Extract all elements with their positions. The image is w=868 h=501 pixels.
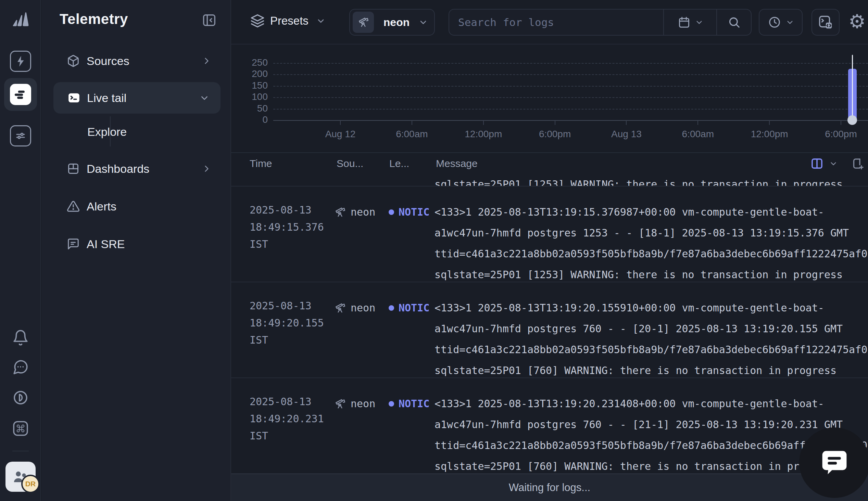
gear-icon: ⚙ xyxy=(848,10,866,32)
log-row[interactable]: 2025-08-1318:49:15.376IST neon NOTIC <13… xyxy=(231,186,868,282)
chevron-right-icon xyxy=(202,164,211,173)
search-input[interactable] xyxy=(449,10,663,35)
log-table: Time Sou... Le... Message xyxy=(231,152,868,473)
sidebar-item-explore[interactable]: Explore xyxy=(42,120,231,144)
log-source: neon xyxy=(334,297,375,318)
quickstart-nav-button[interactable] xyxy=(10,51,31,72)
add-column-icon xyxy=(850,157,865,171)
log-level-name: NOTIC xyxy=(399,398,430,409)
brand-logo-icon[interactable] xyxy=(9,8,32,31)
query-editor-button[interactable] xyxy=(812,9,839,35)
x-axis-tick-label: 6:00pm xyxy=(810,129,868,140)
log-level: NOTIC xyxy=(389,297,430,318)
source-filter-value: neon xyxy=(380,16,413,29)
search-bar-group xyxy=(448,9,752,35)
rail-divider xyxy=(12,451,29,451)
sidebar-item-sources[interactable]: Sources xyxy=(42,49,231,73)
sidebar-item-label: Alerts xyxy=(87,200,116,213)
log-level-name: NOTIC xyxy=(399,302,430,314)
icon-rail: DR xyxy=(0,0,41,501)
topbar: Presets neon xyxy=(231,0,868,44)
theme-toggle-button[interactable] xyxy=(12,389,29,406)
log-source-name: neon xyxy=(351,393,375,414)
settings-button[interactable]: ⚙ xyxy=(847,10,867,33)
log-level: NOTIC xyxy=(389,393,430,414)
chevron-down-icon[interactable] xyxy=(830,160,837,167)
histogram-bar xyxy=(848,69,857,120)
column-layout-button[interactable] xyxy=(810,157,824,171)
log-source: neon xyxy=(334,393,375,414)
date-range-button[interactable] xyxy=(664,10,716,35)
sidebar-item-label: Explore xyxy=(87,125,127,139)
run-search-button[interactable] xyxy=(717,10,751,35)
terminal-icon xyxy=(67,91,81,105)
terminal-code-icon xyxy=(818,14,834,30)
log-level: NOTIC xyxy=(389,202,430,222)
sidebar-item-label: Dashboards xyxy=(87,162,149,175)
chevron-down-icon xyxy=(317,17,325,25)
level-dot-icon xyxy=(389,210,394,215)
keyboard-shortcuts-button[interactable] xyxy=(12,420,29,437)
sidebar-item-label: Sources xyxy=(87,54,129,68)
x-axis-tick xyxy=(769,120,770,125)
telemetry-app: DR Telemetry Sources xyxy=(0,0,868,501)
alert-triangle-icon xyxy=(67,200,80,213)
x-axis-tick-label: 12:00pm xyxy=(453,129,514,140)
gridline xyxy=(273,109,868,109)
log-row[interactable]: 2025-08-1318:49:20.155IST neon NOTIC <13… xyxy=(231,282,868,378)
notifications-button[interactable] xyxy=(12,329,29,346)
gridline xyxy=(273,97,868,98)
waiting-for-logs-text: Waiting for logs... xyxy=(509,481,590,494)
chat-dots-icon xyxy=(12,359,29,376)
sliders-icon xyxy=(14,129,27,142)
log-row[interactable]: 2025-08-1318:49:20.231IST neon NOTIC <13… xyxy=(231,378,868,473)
dashboard-icon xyxy=(67,162,80,175)
column-header-level: Le... xyxy=(389,158,409,169)
chevron-down-icon xyxy=(419,18,427,26)
add-column-button[interactable] xyxy=(850,157,865,171)
log-row-partial[interactable]: sqlstate=25P01 [1253] WARNING: there is … xyxy=(231,174,868,186)
log-time: 2025-08-1318:49:20.155IST xyxy=(250,297,330,349)
chevron-right-icon xyxy=(202,56,211,65)
telescope-icon xyxy=(334,302,346,314)
sidebar-item-ai-sre[interactable]: AI SRE xyxy=(42,232,231,256)
logs-nav-button-active[interactable] xyxy=(4,78,37,111)
command-icon xyxy=(12,420,29,437)
message-square-icon xyxy=(67,237,80,250)
x-axis-tick-label: Aug 12 xyxy=(309,129,371,140)
x-axis-tick xyxy=(340,120,341,125)
x-axis-tick xyxy=(412,120,412,125)
sidebar-item-dashboards[interactable]: Dashboards xyxy=(42,157,231,181)
columns-icon xyxy=(810,157,824,171)
column-header-message: Message xyxy=(436,158,478,169)
log-level-name: NOTIC xyxy=(399,206,430,218)
settings-sliders-nav-button[interactable] xyxy=(10,125,31,147)
chevron-down-icon xyxy=(696,19,703,26)
level-dot-icon xyxy=(389,401,394,407)
support-chat-button[interactable] xyxy=(799,427,868,498)
log-table-header: Time Sou... Le... Message xyxy=(231,152,868,174)
level-dot-icon xyxy=(389,305,394,311)
collapse-sidebar-button[interactable] xyxy=(201,12,217,28)
feedback-button[interactable] xyxy=(12,359,29,376)
bell-icon xyxy=(12,329,29,346)
live-cursor[interactable] xyxy=(852,55,853,120)
log-source: neon xyxy=(334,202,375,222)
refresh-interval-dropdown[interactable] xyxy=(759,9,803,35)
user-initials-badge[interactable]: DR xyxy=(21,475,40,493)
log-rows: 2025-08-1318:49:15.376IST neon NOTIC <13… xyxy=(231,186,868,473)
sidebar-item-alerts[interactable]: Alerts xyxy=(42,194,231,218)
x-axis-tick-label: 6:00am xyxy=(381,129,443,140)
source-filter-dropdown[interactable]: neon xyxy=(349,9,435,35)
sidebar-item-label: AI SRE xyxy=(87,237,125,251)
presets-dropdown[interactable]: Presets xyxy=(250,14,325,28)
x-axis-tick-label: 6:00pm xyxy=(524,129,586,140)
column-header-time: Time xyxy=(250,158,272,169)
log-source-name: neon xyxy=(351,202,375,222)
calendar-icon xyxy=(678,16,691,29)
log-time: 2025-08-1318:49:20.231IST xyxy=(250,393,330,445)
page-title: Telemetry xyxy=(60,11,128,28)
panel-collapse-icon xyxy=(201,12,217,28)
sidebar-item-live-tail-active[interactable]: Live tail xyxy=(53,82,221,114)
chat-bubble-icon xyxy=(817,446,851,480)
